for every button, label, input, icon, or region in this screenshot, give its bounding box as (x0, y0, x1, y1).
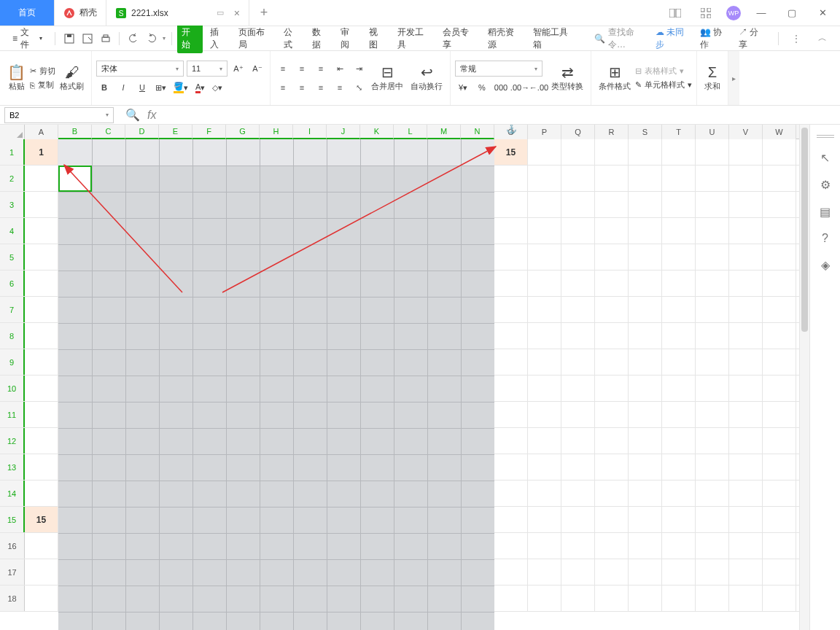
menu-data[interactable]: 数据 (308, 23, 333, 54)
col-header-C[interactable]: C (92, 125, 125, 139)
layout-icon[interactable] (665, 3, 685, 23)
menu-pagelayout[interactable]: 页面布局 (234, 23, 276, 54)
cell-A15[interactable]: 15 (25, 507, 58, 532)
table-style-button[interactable]: ⊟ 表格样式▾ (635, 66, 692, 77)
cell-S1[interactable] (629, 139, 662, 165)
row-header-8[interactable]: 8 (0, 323, 25, 349)
col-header-V[interactable]: V (729, 125, 763, 139)
row-header-18[interactable]: 18 (0, 586, 25, 611)
file-menu[interactable]: ≡ 文件 ▾ (6, 23, 49, 55)
row-header-15[interactable]: 15 (0, 507, 25, 532)
font-size-dropdown[interactable]: 11▾ (187, 61, 228, 77)
row-header-9[interactable]: 9 (0, 349, 25, 375)
print-icon[interactable] (98, 31, 113, 47)
settings-slider-icon[interactable]: ⚙ (820, 178, 831, 192)
percent-icon[interactable]: % (474, 79, 490, 96)
menu-smarttool[interactable]: 智能工具箱 (529, 23, 580, 54)
more-icon[interactable]: ⋮ (792, 34, 801, 44)
tab-file[interactable]: S 2221.xlsx ▭ × (106, 0, 249, 26)
command-search[interactable]: 🔍 查找命令… (594, 26, 650, 51)
row-header-6[interactable]: 6 (0, 271, 25, 296)
col-header-R[interactable]: R (595, 125, 629, 139)
properties-icon[interactable]: ▤ (820, 205, 831, 219)
format-painter-button[interactable]: 🖌 格式刷 (57, 65, 87, 92)
align-center-icon[interactable]: ≡ (294, 79, 310, 96)
formula-input[interactable] (163, 107, 840, 123)
indent-increase-icon[interactable]: ⇥ (351, 61, 367, 77)
row-header-2[interactable]: 2 (0, 166, 25, 191)
fx-icon[interactable]: fx (147, 109, 156, 122)
italic-button[interactable]: I (115, 79, 131, 96)
decrease-decimal-icon[interactable]: ←.00 (531, 79, 547, 96)
row-header-10[interactable]: 10 (0, 376, 25, 401)
col-header-H[interactable]: H (260, 125, 293, 139)
name-box[interactable]: B2 ▾ (4, 107, 114, 123)
cond-format-button[interactable]: ⊞ 条件格式 (596, 65, 634, 92)
col-header-Q[interactable]: Q (561, 125, 595, 139)
cell-O15[interactable] (494, 507, 528, 532)
cut-button[interactable]: ✂剪切 (30, 66, 55, 77)
tab-daoker[interactable]: 稻壳 (55, 0, 106, 26)
cell-Q1[interactable] (561, 139, 595, 165)
align-right-icon[interactable]: ≡ (313, 79, 329, 96)
menu-formula[interactable]: 公式 (279, 23, 305, 54)
diamond-icon[interactable]: ◈ (821, 258, 830, 272)
menu-start[interactable]: 开始 (177, 24, 203, 53)
row-header-14[interactable]: 14 (0, 481, 25, 506)
col-header-M[interactable]: M (427, 125, 461, 139)
number-format-dropdown[interactable]: 常规▾ (455, 61, 542, 77)
col-header-I[interactable]: I (293, 125, 327, 139)
bold-button[interactable]: B (96, 79, 112, 96)
col-header-U[interactable]: U (696, 125, 729, 139)
align-left-icon[interactable]: ≡ (275, 79, 291, 96)
col-header-E[interactable]: E (159, 125, 192, 139)
collapse-ribbon-icon[interactable]: ︿ (811, 32, 834, 44)
increase-font-icon[interactable]: A⁺ (230, 61, 246, 77)
row-header-13[interactable]: 13 (0, 454, 25, 480)
row-header-17[interactable]: 17 (0, 559, 25, 585)
cell-R1[interactable] (595, 139, 629, 165)
ribbon-expand-button[interactable]: ▸ (728, 51, 739, 105)
align-justify-icon[interactable]: ≡ (332, 79, 348, 96)
cell-O1[interactable]: 15 (494, 139, 528, 165)
row-header-5[interactable]: 5 (0, 244, 25, 270)
border-button[interactable]: ⊞▾ (153, 79, 168, 96)
currency-icon[interactable]: ¥▾ (455, 79, 471, 96)
redo-icon[interactable] (144, 31, 159, 47)
col-header-D[interactable]: D (125, 125, 159, 139)
col-header-P[interactable]: P (528, 125, 561, 139)
col-header-J[interactable]: J (327, 125, 360, 139)
underline-button[interactable]: U (134, 79, 150, 96)
collab-button[interactable]: 👥 协作 (700, 26, 728, 51)
col-header-B[interactable]: B (58, 125, 92, 139)
col-header-G[interactable]: G (226, 125, 260, 139)
fill-color-button[interactable]: 🪣▾ (171, 79, 190, 96)
col-header-T[interactable]: T (662, 125, 696, 139)
menu-insert[interactable]: 插入 (206, 23, 231, 54)
merge-center-button[interactable]: ⊟ 合并居中 (368, 65, 406, 92)
decrease-font-icon[interactable]: A⁻ (249, 61, 265, 77)
font-family-dropdown[interactable]: 宋体▾ (96, 61, 184, 77)
tab-close-icon[interactable]: × (234, 7, 240, 19)
type-convert-button[interactable]: ⇄ 类型转换 (548, 65, 586, 92)
row-header-7[interactable]: 7 (0, 297, 25, 322)
align-top-icon[interactable]: ≡ (275, 61, 291, 77)
tab-add-button[interactable]: + (249, 0, 279, 26)
menu-devtools[interactable]: 开发工具 (393, 23, 435, 54)
paste-button[interactable]: 📋 粘贴 (4, 65, 28, 92)
menu-daoker-res[interactable]: 稻壳资源 (483, 23, 526, 54)
cursor-icon[interactable]: ↖ (820, 151, 830, 165)
caret-down-icon[interactable]: ▾ (163, 35, 166, 42)
share-button[interactable]: ↗ 分享 (739, 26, 765, 51)
wrap-text-button[interactable]: ↩ 自动换行 (408, 65, 446, 92)
window-close[interactable]: ✕ (812, 3, 833, 23)
tab-window-icon[interactable]: ▭ (217, 8, 224, 18)
cell-style-button[interactable]: ✎ 单元格样式▾ (635, 79, 692, 90)
menu-review[interactable]: 审阅 (336, 23, 362, 54)
row-header-12[interactable]: 12 (0, 428, 25, 454)
row-header-4[interactable]: 4 (0, 218, 25, 244)
align-middle-icon[interactable]: ≡ (294, 61, 310, 77)
col-header-A[interactable]: A (25, 125, 58, 139)
help-icon[interactable]: ? (822, 232, 828, 245)
save-as-icon[interactable] (79, 31, 95, 47)
